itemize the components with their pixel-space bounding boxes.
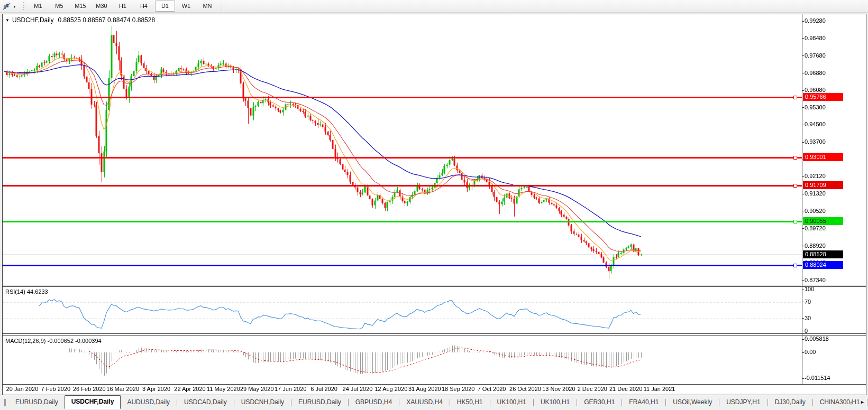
level-handle[interactable] xyxy=(793,184,797,188)
timeframe-button-m1[interactable]: M1 xyxy=(28,1,48,12)
level-line[interactable] xyxy=(3,97,802,98)
tab-hk50-h1[interactable]: HK50,H1 xyxy=(451,396,489,408)
pane-separator-macd-bottom xyxy=(2,384,866,385)
rsi-tick-mark xyxy=(802,318,804,319)
price-tick-mark xyxy=(802,228,804,229)
price-tick-mark xyxy=(802,194,804,194)
timeframe-button-h4[interactable]: H4 xyxy=(134,1,154,12)
level-handle[interactable] xyxy=(793,156,797,160)
rsi-tick-label: 30 xyxy=(805,315,843,321)
level-line[interactable] xyxy=(3,157,802,159)
rsi-tick-label: 100 xyxy=(805,286,843,292)
tab-divider xyxy=(348,399,349,406)
price-tick-label: 0.90520 xyxy=(805,208,843,214)
tab-eurusd-daily[interactable]: EURUSD,Daily xyxy=(292,396,348,408)
toolbar-grip[interactable] xyxy=(23,2,24,10)
tab-bar-items: EURUSD,DailyUSDCHF,DailyAUDUSD,DailyUSDC… xyxy=(4,396,868,408)
level-handle[interactable] xyxy=(793,96,797,99)
price-chart-canvas[interactable] xyxy=(0,0,868,410)
price-tick-mark xyxy=(802,90,804,91)
tab-usdjpy-h1[interactable]: USDJPY,H1 xyxy=(720,396,766,408)
pane-separator-macd-top[interactable] xyxy=(2,335,866,336)
rsi-tick-mark xyxy=(802,331,804,331)
tab-bar-grip[interactable] xyxy=(4,399,6,406)
tab-divider xyxy=(622,399,622,406)
tab-usoil-weekly[interactable]: USOil,Weekly xyxy=(666,396,718,408)
price-tick-mark xyxy=(802,142,804,143)
price-tick-mark xyxy=(802,107,804,108)
tab-ger30-h1[interactable]: GER30,H1 xyxy=(578,396,621,408)
timeframe-button-m15[interactable]: M15 xyxy=(70,1,90,12)
price-tick-mark xyxy=(802,38,804,39)
timeframe-button-m5[interactable]: M5 xyxy=(49,1,69,12)
price-tick-label: 0.89720 xyxy=(805,225,843,231)
price-tick-mark xyxy=(802,280,804,281)
tab-uk100-h1[interactable]: UK100,H1 xyxy=(534,396,576,408)
rsi-tick-mark xyxy=(802,290,804,290)
tab-divider xyxy=(768,399,768,406)
price-tick-label: 0.94500 xyxy=(805,121,843,127)
tab-fra40-h1[interactable]: FRA40,H1 xyxy=(623,396,665,408)
price-tick-mark xyxy=(802,73,804,73)
price-tick-label: 0.98480 xyxy=(805,35,843,41)
timeframe-button-m30[interactable]: M30 xyxy=(92,1,112,12)
price-tick-label: 0.91320 xyxy=(805,190,843,197)
tab-divider xyxy=(867,399,867,406)
tab-eurusd-daily[interactable]: EURUSD,Daily xyxy=(9,396,65,408)
tab-divider xyxy=(291,399,291,406)
tab-divider xyxy=(177,399,177,406)
price-tick-mark xyxy=(802,125,804,125)
tab-divider xyxy=(234,399,234,406)
rsi-value: 44.6233 xyxy=(27,288,48,295)
price-tick-label: 0.96880 xyxy=(805,70,843,76)
tab-divider xyxy=(577,399,577,406)
level-line[interactable] xyxy=(3,185,802,187)
rsi-label: RSI(14) 44.6233 xyxy=(5,288,48,295)
rsi-tick-label: 70 xyxy=(805,299,843,305)
collapse-triangle-icon[interactable]: ▼ xyxy=(5,18,10,23)
level-price-label: 0.88024 xyxy=(803,261,843,269)
tool-dropdown-caret-icon[interactable]: ▼ xyxy=(13,4,16,8)
tab-gbpusd-h4[interactable]: GBPUSD,H4 xyxy=(349,396,398,408)
price-tick-label: 0.99280 xyxy=(805,17,843,24)
rsi-tick-mark xyxy=(802,302,804,302)
level-line[interactable] xyxy=(3,265,802,266)
tab-audusd-daily[interactable]: AUDUSD,Daily xyxy=(121,396,176,408)
tab-usdcnh-daily[interactable]: USDCNH,Daily xyxy=(235,396,290,408)
timeframe-button-w1[interactable]: W1 xyxy=(176,1,196,12)
pane-separator-main-bottom[interactable] xyxy=(2,285,866,285)
macd-tick-label: 0.00 xyxy=(805,349,843,355)
level-handle[interactable] xyxy=(793,220,797,223)
pane-separator-rsi-top[interactable] xyxy=(2,286,866,287)
timeframe-button-h1[interactable]: H1 xyxy=(113,1,133,12)
tab-usdchf-daily[interactable]: USDCHF,Daily xyxy=(65,395,121,409)
level-line[interactable] xyxy=(3,221,802,222)
tab-xauusd-h4[interactable]: XAUUSD,H4 xyxy=(400,396,449,408)
tab-dj30-daily[interactable]: DJ30,Daily xyxy=(769,396,812,408)
drawing-tool-icon[interactable] xyxy=(2,2,12,11)
tab-usdcad-daily[interactable]: USDCAD,Daily xyxy=(178,396,233,408)
level-handle[interactable] xyxy=(793,264,797,267)
chart-title: ▼USDCHF,Daily0.88525 0.88567 0.88474 0.8… xyxy=(5,16,155,24)
date-label: 11 Jan 2021 xyxy=(637,386,682,392)
symbol-period-label: USDCHF,Daily xyxy=(12,16,54,24)
level-price-label: 0.90055 xyxy=(803,217,843,225)
timeframe-button-mn[interactable]: MN xyxy=(197,1,217,12)
current-price-label: 0.88528 xyxy=(803,250,843,258)
price-tick-mark xyxy=(802,21,804,22)
ohlc-values: 0.88525 0.88567 0.88474 0.88528 xyxy=(58,16,156,24)
price-tick-mark xyxy=(802,55,804,56)
price-tick-label: 0.92120 xyxy=(805,173,843,179)
timeframe-bar: M1M5M15M30H1H4D1W1MN xyxy=(28,1,217,12)
price-tick-label: 0.97680 xyxy=(805,52,843,59)
pane-separator-rsi-bottom[interactable] xyxy=(2,333,866,334)
macd-label: MACD(12,26,9) -0.000652 -0.000394 xyxy=(5,338,102,344)
macd-tick-mark xyxy=(802,339,804,340)
price-tick-label: 0.93700 xyxy=(805,138,843,145)
tab-uk100-h1[interactable]: UK100,H1 xyxy=(491,396,533,408)
tab-scroll-left-icon[interactable]: ◄ xyxy=(849,399,854,405)
tab-scroll-arrows: ◄ ► xyxy=(849,399,865,405)
tab-scroll-right-icon[interactable]: ► xyxy=(860,399,865,405)
timeframe-button-d1[interactable]: D1 xyxy=(155,1,175,12)
tab-divider xyxy=(665,399,666,406)
